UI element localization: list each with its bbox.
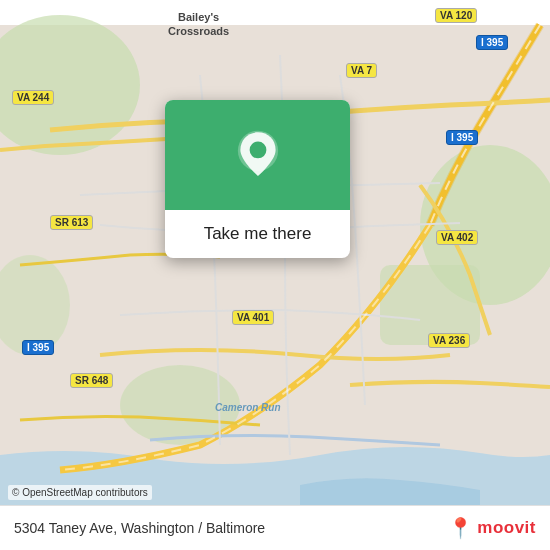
moovit-logo-text: moovit bbox=[477, 518, 536, 538]
osm-attribution: © OpenStreetMap contributors bbox=[8, 485, 152, 500]
moovit-pin-icon: 📍 bbox=[448, 516, 473, 540]
place-label-baileys: Bailey'sCrossroads bbox=[168, 10, 229, 39]
road-badge-va120: VA 120 bbox=[435, 8, 477, 23]
road-badge-va401: VA 401 bbox=[232, 310, 274, 325]
road-badge-va244: VA 244 bbox=[12, 90, 54, 105]
take-me-there-button[interactable]: Take me there bbox=[204, 224, 312, 244]
popup-header bbox=[165, 100, 350, 210]
road-badge-sr613: SR 613 bbox=[50, 215, 93, 230]
road-badge-sr648: SR 648 bbox=[70, 373, 113, 388]
road-badge-i395-ne: I 395 bbox=[476, 35, 508, 50]
map-container: VA 120 I 395 VA 7 VA 244 I 395 SR 613 VA… bbox=[0, 0, 550, 550]
map-svg bbox=[0, 0, 550, 550]
road-badge-i395-sw: I 395 bbox=[22, 340, 54, 355]
moovit-logo: 📍 moovit bbox=[448, 516, 536, 540]
road-badge-va7: VA 7 bbox=[346, 63, 377, 78]
pin-icon bbox=[232, 129, 284, 181]
bottom-bar: 5304 Taney Ave, Washington / Baltimore 📍… bbox=[0, 505, 550, 550]
road-badge-va236: VA 236 bbox=[428, 333, 470, 348]
popup-body: Take me there bbox=[165, 210, 350, 258]
road-badge-i395-mid: I 395 bbox=[446, 130, 478, 145]
location-popup: Take me there bbox=[165, 100, 350, 258]
road-badge-va402: VA 402 bbox=[436, 230, 478, 245]
address-text: 5304 Taney Ave, Washington / Baltimore bbox=[14, 520, 265, 536]
svg-point-7 bbox=[249, 142, 266, 159]
road-label-cameron-run: Cameron Run bbox=[215, 402, 281, 413]
